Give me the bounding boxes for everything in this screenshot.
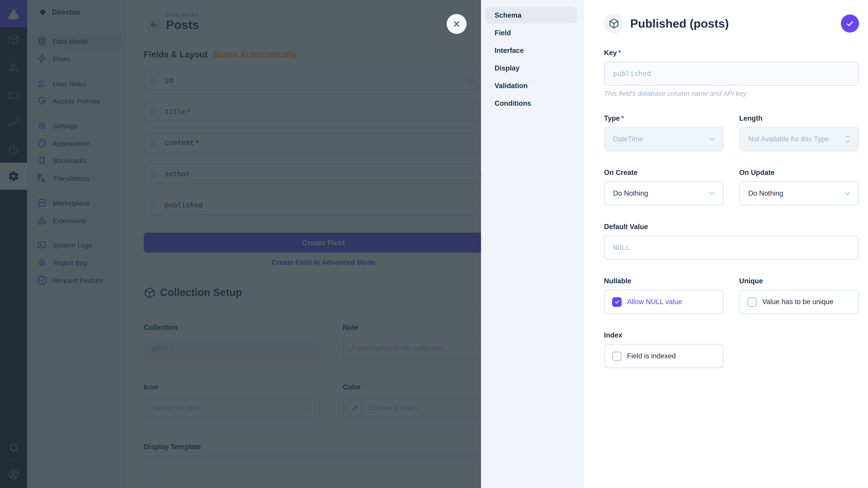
- field-detail-drawer: Schema Field Interface Display Validatio…: [481, 0, 868, 488]
- on-update-label: On Update: [739, 168, 859, 177]
- type-value: DateTime: [613, 135, 643, 143]
- chevron-down-icon: [708, 189, 717, 198]
- tab-schema[interactable]: Schema: [486, 7, 577, 24]
- close-drawer-button[interactable]: [447, 14, 467, 34]
- default-value-label: Default Value: [604, 223, 859, 231]
- nullable-checkbox-row[interactable]: Allow NULL value: [604, 290, 724, 314]
- length-value: Not Available for this Type: [748, 135, 829, 143]
- index-checkbox-row[interactable]: Field is indexed: [604, 344, 724, 368]
- chevron-down-icon: [708, 135, 717, 144]
- type-label: Type: [604, 114, 620, 122]
- check-icon: [614, 299, 620, 305]
- tab-interface[interactable]: Interface: [486, 42, 577, 59]
- default-value-field[interactable]: [613, 243, 850, 252]
- tab-conditions[interactable]: Conditions: [486, 95, 577, 111]
- on-create-value: Do Nothing: [613, 189, 648, 197]
- key-helper-text: This field's database column name and AP…: [604, 90, 859, 97]
- chevron-down-icon: [843, 189, 852, 198]
- box-icon: [609, 18, 619, 29]
- tab-validation[interactable]: Validation: [486, 77, 577, 94]
- length-label: Length: [739, 114, 859, 123]
- stepper-icon[interactable]: [844, 133, 852, 145]
- required-mark: *: [621, 114, 624, 122]
- key-label: Key: [604, 49, 617, 57]
- drawer-title: Published (posts): [630, 17, 835, 31]
- save-button[interactable]: [841, 14, 859, 33]
- required-mark: *: [618, 49, 621, 57]
- drawer-tab-sidebar: Schema Field Interface Display Validatio…: [481, 0, 584, 488]
- checkbox-unchecked-icon[interactable]: [612, 351, 622, 361]
- field-type-icon-circle: [604, 13, 624, 33]
- default-value-input[interactable]: [604, 235, 859, 260]
- tab-field[interactable]: Field: [486, 24, 577, 41]
- type-select[interactable]: DateTime: [604, 127, 724, 151]
- on-create-select[interactable]: Do Nothing: [604, 181, 724, 205]
- length-input[interactable]: Not Available for this Type: [739, 127, 859, 151]
- on-update-value: Do Nothing: [748, 189, 783, 197]
- tab-display[interactable]: Display: [486, 60, 577, 76]
- unique-checkbox-row[interactable]: Value has to be unique: [739, 290, 859, 314]
- on-update-select[interactable]: Do Nothing: [739, 181, 859, 205]
- index-checkbox-label: Field is indexed: [627, 352, 676, 360]
- nullable-label: Nullable: [604, 277, 724, 285]
- drawer-main: Published (posts) Key* This field's data…: [584, 0, 868, 488]
- checkbox-unchecked-icon[interactable]: [747, 297, 757, 306]
- on-create-label: On Create: [604, 168, 724, 177]
- key-input-field[interactable]: [613, 70, 850, 78]
- check-icon: [845, 19, 855, 29]
- unique-label: Unique: [739, 277, 859, 285]
- close-icon: [452, 19, 462, 29]
- app-window: Directus Data Model Flows User Roles Acc…: [0, 0, 868, 488]
- checkbox-checked-icon[interactable]: [612, 297, 622, 306]
- index-label: Index: [604, 331, 724, 339]
- nullable-checkbox-label: Allow NULL value: [627, 298, 682, 306]
- key-input[interactable]: [604, 61, 859, 86]
- unique-checkbox-label: Value has to be unique: [762, 298, 833, 306]
